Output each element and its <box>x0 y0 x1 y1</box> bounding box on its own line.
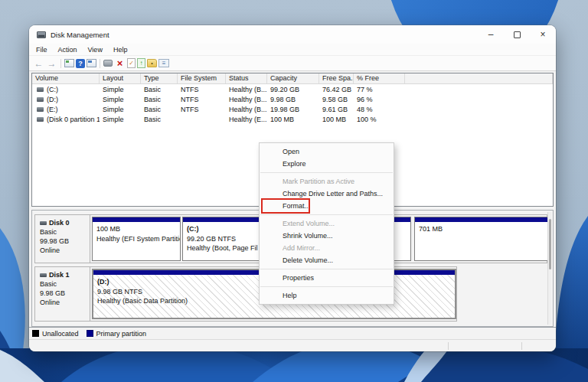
partition-recovery[interactable]: 701 MB <box>414 217 549 261</box>
cell-status: Healthy (B... <box>226 86 267 93</box>
cell-capacity: 19.98 GB <box>267 106 319 113</box>
search-folder-icon[interactable]: • <box>147 59 157 67</box>
toolbar: ← → ? × ✓ ↑ • ≡ <box>29 56 556 71</box>
disk0-label[interactable]: Disk 0 Basic 99.98 GB Online <box>35 215 90 263</box>
format-label: Format... <box>283 202 310 210</box>
minimize-button[interactable]: – <box>478 25 504 44</box>
menu-item-format[interactable]: Format... <box>260 200 394 212</box>
delete-volume-icon[interactable]: × <box>114 58 126 69</box>
menu-item-properties[interactable]: Properties <box>260 272 394 284</box>
col-pct-free[interactable]: % Free <box>354 73 405 83</box>
col-volume[interactable]: Volume <box>32 73 100 83</box>
menu-item-explore[interactable]: Explore <box>260 158 394 170</box>
menu-item-add-mirror: Add Mirror... <box>260 242 394 254</box>
legend-bar: Unallocated Primary partition <box>29 327 556 339</box>
maximize-button[interactable] <box>504 25 530 44</box>
cell-free-space: 76.42 GB <box>319 86 354 93</box>
status-bar <box>29 339 556 351</box>
menu-file[interactable]: File <box>31 46 53 54</box>
cell-capacity: 9.98 GB <box>267 96 319 103</box>
col-file-system[interactable]: File System <box>178 73 226 83</box>
cell-status: Healthy (E... <box>226 116 267 123</box>
vertical-scrollbar[interactable] <box>547 212 551 325</box>
cell-file-system: NTFS <box>178 96 226 103</box>
close-button[interactable]: × <box>530 25 556 44</box>
table-row[interactable]: (Disk 0 partition 1) Simple Basic Health… <box>32 114 553 124</box>
cell-layout: Simple <box>100 86 141 93</box>
volume-name: (C:) <box>47 86 58 93</box>
volume-name: (D:) <box>47 96 58 103</box>
partition-size: 100 MB <box>96 224 178 234</box>
menu-action[interactable]: Action <box>53 46 83 54</box>
cell-free-space: 9.61 GB <box>319 106 354 113</box>
back-icon[interactable]: ← <box>33 58 44 69</box>
cell-pct-free: 96 % <box>354 96 405 103</box>
volume-name: (E:) <box>47 106 58 113</box>
disk-size: 99.98 GB <box>40 237 90 246</box>
cell-status: Healthy (B... <box>226 106 267 113</box>
toolbar-separator <box>60 59 61 68</box>
cell-capacity: 100 MB <box>267 116 319 123</box>
partition-efi[interactable]: 100 MB Healthy (EFI System Partition) <box>92 217 181 261</box>
table-row[interactable]: (D:) Simple Basic NTFS Healthy (B... 9.9… <box>32 94 553 104</box>
menu-item-shrink-volume[interactable]: Shrink Volume... <box>260 230 394 242</box>
help-icon[interactable]: ? <box>76 59 85 68</box>
menu-item-help[interactable]: Help <box>260 289 394 302</box>
col-free-space[interactable]: Free Spa... <box>319 73 354 83</box>
cell-layout: Simple <box>100 116 141 123</box>
partition-status: Healthy (EFI System Partition) <box>96 234 178 244</box>
menu-item-mark-partition-active: Mark Partition as Active <box>260 175 394 188</box>
disk-type: Basic <box>40 227 90 237</box>
disk-status: Online <box>40 298 90 307</box>
check-document-icon[interactable]: ✓ <box>127 58 136 68</box>
partition-size: 701 MB <box>419 224 547 234</box>
toolbar-separator <box>100 59 100 68</box>
disk-management-app-icon <box>37 31 46 38</box>
cell-free-space: 100 MB <box>319 116 354 123</box>
primary-partition-swatch <box>87 330 93 337</box>
table-row[interactable]: (C:) Simple Basic NTFS Healthy (B... 99.… <box>32 84 553 94</box>
cell-layout: Simple <box>100 106 141 113</box>
menu-item-extend-volume: Extend Volume... <box>260 217 394 230</box>
volume-icon <box>37 117 44 122</box>
console-tree-icon[interactable] <box>64 59 74 67</box>
col-capacity[interactable]: Capacity <box>267 73 319 83</box>
cell-capacity: 99.20 GB <box>267 86 319 93</box>
menu-separator <box>260 286 393 287</box>
cell-type: Basic <box>141 116 178 123</box>
cell-type: Basic <box>141 86 178 93</box>
menu-item-delete-volume[interactable]: Delete Volume... <box>260 254 394 266</box>
volume-icon <box>37 87 44 92</box>
disk1-label[interactable]: Disk 1 Basic 9.98 GB Online <box>35 267 90 321</box>
menu-bar: File Action View Help <box>29 44 556 56</box>
table-row[interactable]: (E:) Simple Basic NTFS Healthy (B... 19.… <box>32 104 553 114</box>
properties-icon[interactable]: ≡ <box>158 59 169 67</box>
unallocated-swatch <box>32 330 39 337</box>
upload-document-icon[interactable]: ↑ <box>137 58 145 68</box>
title-bar: Disk Management – × <box>29 25 556 44</box>
menu-item-open[interactable]: Open <box>260 145 394 158</box>
details-pane-icon[interactable] <box>87 59 96 67</box>
cell-pct-free: 100 % <box>354 116 405 123</box>
cell-file-system: NTFS <box>178 106 226 113</box>
col-type[interactable]: Type <box>141 73 178 83</box>
menu-separator <box>260 172 393 173</box>
forward-icon[interactable]: → <box>46 58 57 69</box>
cell-pct-free: 77 % <box>354 86 405 93</box>
legend-unallocated-label: Unallocated <box>42 330 79 338</box>
volume-context-menu: Open Explore Mark Partition as Active Ch… <box>259 142 394 305</box>
col-layout[interactable]: Layout <box>100 73 141 83</box>
menu-item-change-drive-letter[interactable]: Change Drive Letter and Paths... <box>260 188 394 200</box>
disk-icon <box>40 273 47 277</box>
col-filler <box>405 73 553 83</box>
tool-icon[interactable] <box>103 60 113 67</box>
menu-view[interactable]: View <box>83 46 108 54</box>
cell-pct-free: 48 % <box>354 106 405 113</box>
disk-size: 9.98 GB <box>40 289 90 298</box>
menu-separator <box>260 214 393 215</box>
col-status[interactable]: Status <box>226 73 267 83</box>
caption-buttons: – × <box>478 25 556 44</box>
scrollbar-thumb[interactable] <box>549 219 551 269</box>
menu-help[interactable]: Help <box>108 46 133 54</box>
disk-name: Disk 0 <box>49 219 70 227</box>
